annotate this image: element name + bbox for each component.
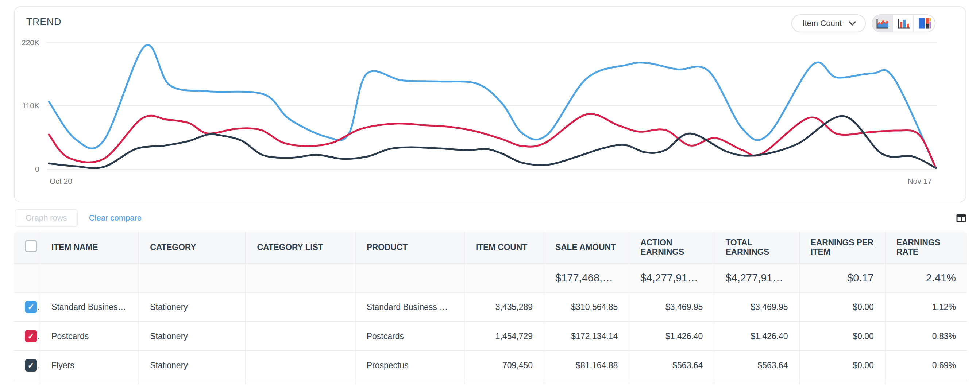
cell-earnings-rate: 0.69%	[885, 351, 967, 380]
cell-category-list	[245, 351, 355, 380]
col-header-product: PRODUCT	[355, 231, 465, 263]
cell-action-earnings: $1,426.40	[629, 322, 714, 351]
cell-action-earnings: $3,469.95	[629, 292, 714, 322]
col-header-category-list: CATEGORY LIST	[245, 231, 355, 263]
table-row-partial	[14, 380, 967, 384]
col-header-earnings-per-item: EARNINGS PER ITEM	[799, 231, 885, 263]
cell-item-count: 709,450	[465, 351, 544, 380]
row-checkbox[interactable]	[25, 359, 37, 372]
summary-earnings-per-item: $0.17	[799, 263, 885, 292]
trend-chart-svg	[14, 7, 967, 203]
table-row: Flyers Stationery Prospectus 709,450 $81…	[14, 351, 967, 380]
cell-earnings-rate: 0.83%	[885, 322, 967, 351]
col-header-earnings-rate: EARNINGS RATE	[885, 231, 967, 263]
x-axis-start-label: Oct 20	[49, 177, 72, 185]
col-header-total-earnings: TOTAL EARNINGS	[714, 231, 799, 263]
row-checkbox[interactable]	[25, 330, 37, 342]
summary-action-earnings: $4,277,915.62	[629, 263, 714, 292]
cell-category: Stationery	[138, 351, 245, 380]
clear-compare-link[interactable]: Clear compare	[89, 213, 142, 223]
cell-earnings-per-item: $0.00	[799, 351, 885, 380]
select-all-header-cell	[14, 231, 40, 263]
cell-earnings-per-item: $0.00	[799, 292, 885, 322]
col-header-item-name: ITEM NAME	[40, 231, 138, 263]
cell-category-list	[245, 292, 355, 322]
column-settings-button[interactable]	[956, 214, 966, 223]
cell-earnings-per-item: $0.00	[799, 322, 885, 351]
cell-item-name: Standard Business Car…	[40, 292, 138, 322]
cell-sale-amount: $310,564.85	[544, 292, 629, 322]
cell-product: Standard Business Cards	[355, 292, 465, 322]
cell-action-earnings: $563.64	[629, 351, 714, 380]
summary-total-earnings: $4,277,915.62	[714, 263, 799, 292]
select-all-checkbox[interactable]	[25, 240, 37, 252]
cell-item-name: Postcards	[40, 322, 138, 351]
cell-item-count: 3,435,289	[465, 292, 544, 322]
cell-earnings-rate: 1.12%	[885, 292, 967, 322]
summary-earnings-rate: 2.41%	[885, 263, 967, 292]
col-header-item-count: ITEM COUNT	[465, 231, 544, 263]
cell-category-list	[245, 322, 355, 351]
table-row: Standard Business Car… Stationery Standa…	[14, 292, 967, 322]
cell-sale-amount: $172,134.14	[544, 322, 629, 351]
header-row: ITEM NAME CATEGORY CATEGORY LIST PRODUCT…	[14, 231, 967, 263]
summary-row: $177,468,855.81 $4,277,915.62 $4,277,915…	[14, 263, 967, 292]
col-header-sale-amount: SALE AMOUNT	[544, 231, 629, 263]
table-row: Postcards Stationery Postcards 1,454,729…	[14, 322, 967, 351]
column-settings-icon	[956, 214, 966, 223]
cell-total-earnings: $1,426.40	[714, 322, 799, 351]
col-header-category: CATEGORY	[138, 231, 245, 263]
cell-total-earnings: $563.64	[714, 351, 799, 380]
x-axis-end-label: Nov 17	[907, 177, 932, 185]
cell-product: Postcards	[355, 322, 465, 351]
items-table: ITEM NAME CATEGORY CATEGORY LIST PRODUCT…	[14, 231, 967, 384]
col-header-action-earnings: ACTION EARNINGS	[629, 231, 714, 263]
cell-category: Stationery	[138, 322, 245, 351]
cell-item-count: 1,454,729	[465, 322, 544, 351]
cell-total-earnings: $3,469.95	[714, 292, 799, 322]
cell-product: Prospectus	[355, 351, 465, 380]
cell-item-name: Flyers	[40, 351, 138, 380]
table-toolbar: Graph rows Clear compare	[14, 209, 966, 228]
cell-sale-amount: $81,164.88	[544, 351, 629, 380]
summary-sale-amount: $177,468,855.81	[544, 263, 629, 292]
graph-rows-button[interactable]: Graph rows	[14, 209, 78, 227]
cell-category: Stationery	[138, 292, 245, 322]
row-checkbox[interactable]	[25, 301, 37, 313]
trend-panel: TREND Item Count	[14, 6, 966, 202]
trend-line-flyers	[49, 116, 936, 168]
